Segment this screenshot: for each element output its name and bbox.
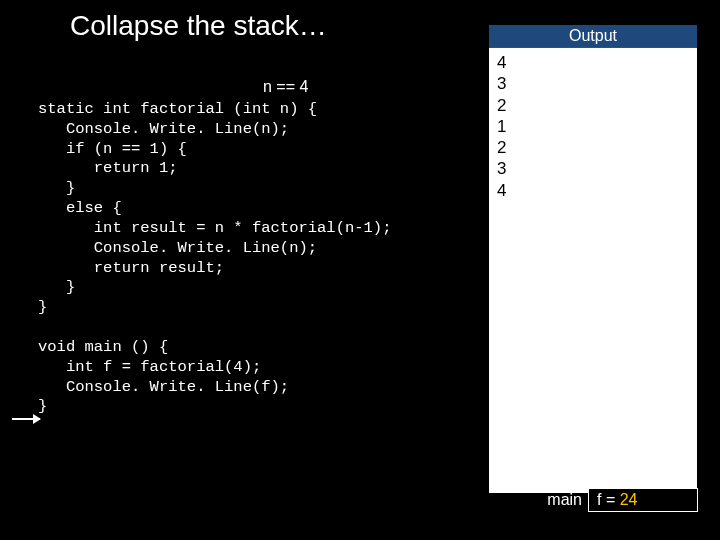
output-header: Output xyxy=(489,25,697,48)
stack-area: main f = 24 xyxy=(547,488,698,512)
slide: Collapse the stack… n == 4 static int fa… xyxy=(0,0,720,540)
annotation-n-value: n == 4 xyxy=(263,78,308,96)
code-block: static int factorial (int n) { Console. … xyxy=(38,100,391,417)
output-body: 4 3 2 1 2 3 4 xyxy=(489,48,697,205)
output-line: 3 xyxy=(497,73,689,94)
output-line: 3 xyxy=(497,158,689,179)
output-line: 2 xyxy=(497,137,689,158)
stack-frame-main: f = 24 xyxy=(588,488,698,512)
output-panel: Output 4 3 2 1 2 3 4 xyxy=(488,24,698,494)
execution-arrow-icon xyxy=(12,418,40,420)
stack-frame-value: 24 xyxy=(620,491,638,508)
stack-label-main: main xyxy=(547,491,582,509)
output-line: 1 xyxy=(497,116,689,137)
output-line: 2 xyxy=(497,95,689,116)
stack-frame-prefix: f = xyxy=(597,491,620,508)
output-line: 4 xyxy=(497,180,689,201)
output-line: 4 xyxy=(497,52,689,73)
slide-title: Collapse the stack… xyxy=(70,10,327,42)
